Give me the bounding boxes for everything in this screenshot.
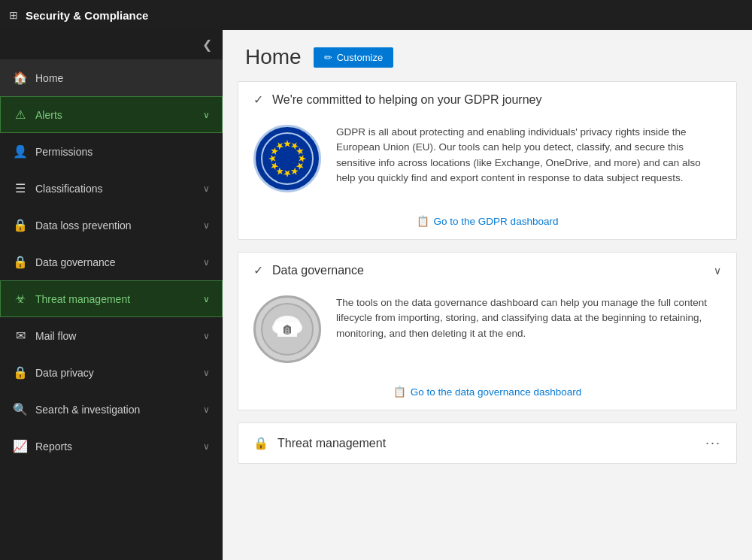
sidebar-item-label: Mail flow: [35, 330, 76, 342]
customize-button[interactable]: ✏ Customize: [314, 47, 393, 68]
check-icon: ✓: [253, 263, 263, 277]
sidebar-item-label: Threat management: [35, 293, 130, 305]
sidebar-item-label: Permissions: [35, 146, 92, 158]
gdpr-link[interactable]: 📋 Go to the GDPR dashboard: [238, 207, 736, 239]
sidebar-item-label: Home: [35, 72, 63, 84]
mail-icon: ✉: [13, 328, 28, 343]
threat-management-card-title: Threat management: [277, 437, 386, 450]
eu-flag-image: [253, 125, 321, 192]
data-governance-card: ✓ Data governance ∨: [238, 252, 737, 410]
gdpr-card-title: We're committed to helping on your GDPR …: [272, 93, 541, 107]
customize-label: Customize: [337, 52, 383, 63]
permissions-icon: 👤: [13, 144, 28, 159]
sidebar-item-label: Classifications: [35, 183, 102, 195]
chevron-down-icon: ∨: [203, 331, 210, 341]
chevron-down-icon: ∨: [203, 257, 210, 268]
reports-icon: 📈: [13, 439, 28, 453]
svg-point-19: [287, 331, 288, 333]
sidebar-item-threat-management[interactable]: ☣ Threat management ∨: [0, 280, 223, 317]
chevron-down-icon: ∨: [714, 265, 721, 277]
sidebar-item-classifications[interactable]: ☰ Classifications ∨: [0, 170, 223, 207]
check-icon: ✓: [253, 92, 263, 107]
sidebar-item-label: Alerts: [35, 109, 62, 121]
threat-management-card-header[interactable]: 🔒 Threat management ···: [238, 423, 736, 463]
gdpr-description: GDPR is all about protecting and enablin…: [336, 125, 721, 186]
data-governance-dashboard-link[interactable]: 📋 Go to the data governance dashboard: [393, 386, 581, 398]
more-options-icon[interactable]: ···: [705, 435, 721, 451]
sidebar: ❮ 🏠 Home ⚠ Alerts ∨ 👤 Permissions: [0, 30, 223, 560]
grid-icon: ⊞: [9, 9, 18, 21]
main-layout: ❮ 🏠 Home ⚠ Alerts ∨ 👤 Permissions: [0, 30, 752, 560]
gdpr-link-text: Go to the GDPR dashboard: [434, 216, 559, 227]
sidebar-item-label: Data loss prevention: [35, 219, 132, 232]
clipboard-icon: 📋: [393, 386, 406, 398]
sidebar-item-data-governance[interactable]: 🔒 Data governance ∨: [0, 244, 223, 280]
sidebar-item-label: Reports: [35, 440, 72, 453]
chevron-down-icon: ∨: [203, 110, 210, 120]
sidebar-item-permissions[interactable]: 👤 Permissions: [0, 133, 223, 170]
chevron-down-icon: ∨: [203, 441, 210, 452]
gdpr-dashboard-link[interactable]: 📋 Go to the GDPR dashboard: [417, 215, 559, 227]
threat-management-card: 🔒 Threat management ···: [238, 422, 737, 464]
sidebar-item-label: Data privacy: [35, 367, 94, 379]
data-governance-description: The tools on the data governance dashboa…: [336, 295, 721, 341]
top-bar: ⊞ Security & Compliance: [0, 0, 752, 30]
data-privacy-icon: 🔒: [13, 365, 28, 380]
gdpr-card-header[interactable]: ✓ We're committed to helping on your GDP…: [238, 82, 736, 117]
data-governance-icon: 🔒: [13, 255, 28, 269]
sidebar-item-label: Data governance: [35, 256, 116, 268]
sidebar-collapse[interactable]: ❮: [0, 30, 223, 59]
sidebar-item-mail-flow[interactable]: ✉ Mail flow ∨: [0, 317, 223, 354]
data-governance-image: [253, 295, 321, 363]
page-header: Home ✏ Customize: [223, 30, 752, 81]
classifications-icon: ☰: [13, 181, 28, 195]
data-governance-card-title: Data governance: [272, 264, 364, 277]
sidebar-item-data-loss[interactable]: 🔒 Data loss prevention ∨: [0, 207, 223, 244]
edit-icon: ✏: [324, 52, 332, 63]
chevron-down-icon: ∨: [203, 294, 210, 304]
sidebar-item-home[interactable]: 🏠 Home: [0, 59, 223, 96]
data-governance-card-body: The tools on the data governance dashboa…: [238, 288, 736, 378]
data-governance-card-header[interactable]: ✓ Data governance ∨: [238, 253, 736, 288]
search-icon: 🔍: [13, 402, 28, 416]
threat-icon: ☣: [13, 292, 28, 306]
main-content: Home ✏ Customize ✓ We're committed to he…: [223, 30, 752, 560]
collapse-icon[interactable]: ❮: [202, 38, 212, 52]
sidebar-item-search-investigation[interactable]: 🔍 Search & investigation ∨: [0, 391, 223, 428]
alerts-icon: ⚠: [13, 107, 28, 122]
lock-icon: 🔒: [253, 436, 268, 450]
data-gov-svg: [261, 303, 314, 356]
sidebar-item-alerts[interactable]: ⚠ Alerts ∨: [0, 96, 223, 133]
chevron-down-icon: ∨: [203, 368, 210, 378]
data-loss-icon: 🔒: [13, 218, 28, 232]
sidebar-item-data-privacy[interactable]: 🔒 Data privacy ∨: [0, 354, 223, 391]
chevron-down-icon: ∨: [203, 183, 210, 194]
data-governance-link-text: Go to the data governance dashboard: [411, 386, 581, 398]
clipboard-icon: 📋: [417, 215, 429, 227]
chevron-down-icon: ∨: [203, 404, 210, 415]
eu-flag-svg: [261, 132, 314, 185]
gdpr-card-body: GDPR is all about protecting and enablin…: [238, 117, 736, 207]
sidebar-item-reports[interactable]: 📈 Reports ∨: [0, 428, 223, 465]
app-title: Security & Compliance: [26, 9, 148, 22]
chevron-down-icon: ∨: [203, 220, 210, 231]
home-icon: 🏠: [13, 71, 28, 85]
gdpr-card: ✓ We're committed to helping on your GDP…: [238, 81, 737, 240]
page-title: Home: [245, 45, 302, 69]
sidebar-item-label: Search & investigation: [35, 404, 140, 416]
data-governance-link[interactable]: 📋 Go to the data governance dashboard: [238, 378, 736, 410]
